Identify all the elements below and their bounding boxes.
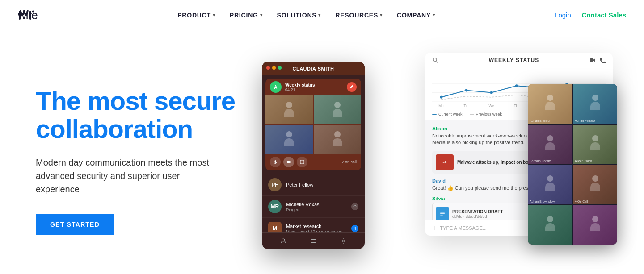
call-count: 7 on call	[341, 160, 357, 164]
vid-cell: Aileen Black	[573, 125, 617, 164]
document-meta: dd/dd · dd/dd/dd/dd	[452, 214, 503, 219]
svg-rect-11	[311, 241, 316, 241]
app-dark-header: CLAUDIA SMITH	[262, 62, 365, 75]
list-item[interactable]: M Market research Maxi: I need 10 more m…	[262, 218, 365, 232]
list-item[interactable]: MR Michelle Roxas Pinged	[262, 196, 365, 218]
document-name: PRESENTATION DRAFT	[452, 209, 503, 214]
hero-title: The most secure collaboration	[36, 87, 235, 143]
svg-text:We: We	[489, 104, 495, 108]
svg-point-3	[32, 10, 34, 12]
svg-text:Tu: Tu	[463, 104, 467, 108]
profile-icon[interactable]	[280, 237, 287, 245]
login-link[interactable]: Login	[555, 11, 571, 19]
hero-right: CLAUDIA SMITH A Weekly status 04:21	[235, 48, 617, 274]
participant-name: Aileen Black	[575, 159, 592, 162]
svg-rect-37	[440, 215, 443, 216]
svg-text:Mo: Mo	[438, 104, 444, 108]
nav-item-company[interactable]: COMPANY ▾	[397, 12, 435, 19]
svg-rect-35	[440, 212, 445, 213]
nav-item-solutions[interactable]: SOLUTIONS ▾	[277, 12, 321, 19]
phone-icon	[349, 84, 354, 90]
document-icon	[436, 207, 449, 220]
vid-cell: Adrian Branson	[528, 84, 572, 124]
svg-rect-6	[287, 161, 290, 163]
menu-icon[interactable]	[310, 237, 317, 245]
nav-center: PRODUCT ▾ PRICING ▾ SOLUTIONS ▾ RESOURCE…	[177, 12, 435, 19]
nav-right: Login Contact Sales	[555, 11, 626, 19]
nav-item-product[interactable]: PRODUCT ▾	[177, 12, 215, 19]
list-item[interactable]: PF Peter Fellow	[262, 174, 365, 196]
avatar: M	[268, 222, 282, 232]
participant-name: Adrian Branson	[530, 119, 551, 122]
phone-call-icon[interactable]	[599, 57, 606, 63]
svg-rect-16	[590, 58, 593, 62]
unread-badge: 4	[351, 225, 358, 232]
app-dark-footer	[262, 232, 365, 249]
vid-cell: Adrian Ferraro	[573, 84, 617, 124]
chevron-down-icon: ▾	[318, 12, 321, 17]
svg-text:wire: wire	[18, 8, 38, 22]
svg-rect-10	[311, 239, 316, 240]
chevron-down-icon: ▾	[433, 12, 435, 17]
wire-logo-icon: wire	[18, 7, 58, 23]
svg-rect-4	[350, 85, 354, 89]
video-icon	[286, 160, 291, 164]
participant-name: Barbara Combs	[530, 159, 551, 162]
chevron-down-icon: ▾	[380, 12, 383, 17]
svg-point-21	[465, 89, 468, 91]
app-light-title: WEEKLY STATUS	[489, 57, 539, 63]
vid-cell	[573, 205, 617, 245]
svg-point-20	[440, 96, 442, 99]
contact-sales-link[interactable]: Contact Sales	[582, 11, 626, 19]
avatar: PF	[268, 178, 282, 191]
video-button[interactable]	[283, 157, 294, 167]
svg-text:Th: Th	[514, 104, 518, 108]
participant-name: + On Call	[575, 200, 588, 203]
svg-line-15	[437, 62, 438, 63]
app-dark-title: CLAUDIA SMITH	[293, 66, 334, 71]
nav-item-resources[interactable]: RESOURCES ▾	[335, 12, 383, 19]
app-light-header: WEEKLY STATUS	[425, 53, 613, 68]
call-end-button[interactable]	[347, 82, 357, 92]
vid-cell: + On Call	[573, 165, 617, 204]
vid-cell: Barbara Combs	[528, 125, 572, 164]
hero-left: The most secure collaboration Modern day…	[36, 87, 235, 235]
vid-cell: Adrian Brownslow	[528, 165, 572, 204]
news-thumbnail: ode	[436, 154, 454, 170]
navbar: wire PRODUCT ▾ PRICING ▾ SOLUTIONS ▾ RES…	[0, 0, 644, 30]
svg-point-22	[490, 91, 493, 94]
mic-icon	[273, 160, 278, 164]
participant-name: Adrian Brownslow	[530, 200, 555, 203]
attach-icon[interactable]: +	[432, 224, 436, 232]
settings-icon[interactable]	[340, 237, 347, 245]
avatar: MR	[268, 200, 282, 213]
svg-rect-5	[274, 160, 276, 163]
search-icon[interactable]	[432, 57, 438, 63]
chevron-down-icon: ▾	[260, 12, 263, 17]
svg-point-8	[354, 205, 356, 208]
app-light-controls	[589, 57, 606, 63]
svg-point-14	[433, 58, 437, 62]
vid-cell	[528, 205, 572, 245]
svg-point-13	[342, 240, 345, 242]
logo[interactable]: wire	[18, 7, 58, 23]
call-label: Weekly status	[285, 83, 343, 87]
share-button[interactable]	[297, 157, 307, 167]
nav-item-pricing[interactable]: PRICING ▾	[230, 12, 263, 19]
share-icon	[300, 160, 304, 164]
video-call-overlay: Adrian Branson Adrian Ferraro Barbara Co…	[528, 84, 617, 245]
participant-name: Adrian Ferraro	[575, 119, 595, 122]
app-dark-mockup: CLAUDIA SMITH A Weekly status 04:21	[262, 62, 365, 249]
svg-rect-36	[440, 213, 445, 214]
notification-icon	[351, 203, 358, 210]
svg-point-23	[515, 84, 518, 87]
hero-section: The most secure collaboration Modern day…	[0, 30, 644, 274]
contact-list: PF Peter Fellow MR Michelle Roxas Pinged	[262, 174, 365, 232]
mute-button[interactable]	[270, 157, 281, 167]
hero-subtitle: Modern day communication meets the most …	[36, 156, 223, 196]
get-started-button[interactable]: GET STARTED	[36, 214, 114, 235]
svg-rect-7	[300, 160, 304, 164]
svg-rect-12	[311, 242, 316, 243]
video-call-icon[interactable]	[589, 57, 596, 63]
chevron-down-icon: ▾	[213, 12, 215, 17]
